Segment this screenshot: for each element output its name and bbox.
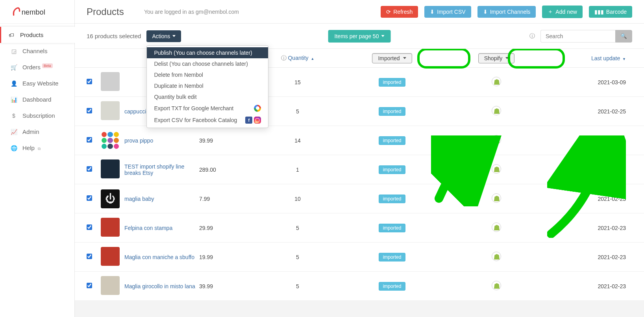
product-quantity: 5 <box>258 254 337 260</box>
brand-logo[interactable]: nembol <box>0 0 74 24</box>
filter-imported[interactable]: Imported <box>372 53 412 63</box>
plus-icon: ＋ <box>548 8 553 15</box>
shopify-icon[interactable] <box>492 281 501 290</box>
product-title-link[interactable]: Felpina con stampa <box>124 225 172 231</box>
product-thumbnail[interactable]: ⏻ <box>101 189 124 208</box>
sidebar-item-channels[interactable]: ◲ Channels <box>2 43 74 59</box>
row-checkbox[interactable] <box>87 283 92 288</box>
dropdown-item-duplicate[interactable]: Duplicate in Nembol <box>147 80 268 91</box>
product-title-link[interactable]: maglia baby <box>124 196 154 202</box>
dashboard-icon: 📊 <box>11 96 17 103</box>
google-icon <box>254 105 261 112</box>
dropdown-item-quantity-bulk[interactable]: Quantity bulk edit <box>147 91 268 102</box>
product-quantity: 5 <box>258 225 337 231</box>
shopify-icon[interactable] <box>492 252 501 261</box>
last-update-date: 2021-03-09 <box>546 79 632 85</box>
imported-chip: imported <box>379 107 406 116</box>
product-quantity: 1 <box>258 167 337 173</box>
sidebar-item-subscription[interactable]: $ Subscription <box>2 108 74 124</box>
product-thumbnail[interactable] <box>101 159 124 180</box>
sidebar-item-products[interactable]: 🏷 Products <box>0 27 75 43</box>
search-input[interactable] <box>540 30 615 43</box>
caret-down-icon <box>505 57 509 59</box>
sidebar-item-easy-website[interactable]: 👤 Easy Website <box>2 75 74 91</box>
import-csv-button[interactable]: ⬇ Import CSV <box>424 6 471 18</box>
shopify-icon[interactable] <box>492 135 501 145</box>
sidebar-item-label: Orders Beta <box>22 64 53 70</box>
product-thumbnail[interactable] <box>101 276 124 296</box>
imported-chip: imported <box>379 224 406 232</box>
product-thumbnail[interactable] <box>101 247 124 267</box>
sidebar-item-label: Dashboard <box>22 96 51 103</box>
dropdown-item-delist[interactable]: Delist (You can choose channels later) <box>147 58 268 69</box>
table-row: Felpina con stampa29.995imported2021-02-… <box>75 213 644 243</box>
shopify-icon[interactable] <box>492 106 501 115</box>
table-row: Maglia con maniche a sbuffo19.995importe… <box>75 243 644 272</box>
sidebar-item-dashboard[interactable]: 📊 Dashboard <box>2 91 74 108</box>
row-checkbox[interactable] <box>87 224 92 230</box>
product-thumbnail[interactable] <box>101 131 124 150</box>
dropdown-item-export-facebook[interactable]: Export CSV for Facebook Catalogf <box>147 114 268 126</box>
last-update-date: 2021-02-23 <box>546 196 632 202</box>
tag-icon: 🏷 <box>8 32 15 38</box>
sidebar-item-label: Subscription <box>22 112 55 119</box>
sidebar-item-admin[interactable]: 📈 Admin <box>2 124 74 140</box>
column-last-update[interactable]: Last update <box>591 55 620 61</box>
beta-badge: Beta <box>42 63 53 68</box>
row-checkbox[interactable] <box>87 254 92 259</box>
product-title-link[interactable]: cappuccio <box>124 108 149 115</box>
product-thumbnail[interactable] <box>101 218 124 238</box>
product-title-link[interactable]: TEST import shopify line breaks Etsy <box>124 163 184 176</box>
product-quantity: 14 <box>258 137 337 144</box>
cart-icon: 🛒 <box>11 64 17 70</box>
info-icon[interactable]: ⓘ <box>529 33 535 40</box>
row-checkbox[interactable] <box>87 137 92 143</box>
imported-chip: imported <box>379 165 406 174</box>
column-quantity[interactable]: Quantity <box>288 55 308 61</box>
row-checkbox[interactable] <box>87 166 92 172</box>
refresh-button[interactable]: ⟳ Refresh <box>381 6 418 18</box>
product-title-link[interactable]: prova pippo <box>124 137 153 144</box>
shopify-icon[interactable] <box>492 164 501 174</box>
sidebar-item-label: Easy Website <box>22 80 58 87</box>
product-price: 7.99 <box>199 196 258 202</box>
table-row: TEST import shopify line breaks Etsy289.… <box>75 155 644 184</box>
row-checkbox[interactable] <box>87 79 92 84</box>
product-quantity: 5 <box>258 108 337 115</box>
row-checkbox[interactable] <box>87 108 92 113</box>
topbar: Products You are logged in as gm@nembol.… <box>75 0 644 24</box>
dropdown-item-delete[interactable]: Delete from Nembol <box>147 69 268 80</box>
last-update-date: 2021-02-23 <box>546 225 632 231</box>
shopify-icon[interactable] <box>492 193 501 203</box>
facebook-icon: f <box>245 117 252 124</box>
chart-icon: 📈 <box>11 129 17 135</box>
caret-down-icon <box>403 57 406 59</box>
dropdown-item-publish[interactable]: Publish (You can choose channels later) <box>147 47 268 58</box>
product-price: 289.00 <box>199 167 258 173</box>
sidebar-item-orders[interactable]: 🛒 Orders Beta <box>2 59 74 75</box>
barcode-button[interactable]: ▮▮▮ Barcode <box>589 6 632 18</box>
product-thumbnail[interactable] <box>101 72 124 92</box>
items-per-page-button[interactable]: Items per page 50 <box>328 30 391 43</box>
info-icon[interactable]: ⓘ <box>281 55 287 61</box>
dollar-icon: $ <box>11 113 17 119</box>
table-row: Maglia girocollo in misto lana39.995impo… <box>75 272 644 301</box>
add-new-button[interactable]: ＋ Add new <box>542 6 582 18</box>
sidebar-item-help[interactable]: 🌐 Help ⧉ <box>2 140 74 156</box>
product-title-link[interactable]: Maglia con maniche a sbuffo <box>124 254 194 260</box>
actions-button[interactable]: Actions <box>146 30 181 42</box>
search-button[interactable]: 🔍 <box>615 30 632 43</box>
product-quantity: 5 <box>258 283 337 289</box>
shopify-icon[interactable] <box>492 222 501 232</box>
filter-shopify[interactable]: Shopify <box>478 53 515 63</box>
imported-chip: imported <box>379 195 406 203</box>
dropdown-item-export-google[interactable]: Export TXT for Google Merchant <box>147 102 268 114</box>
imported-chip: imported <box>379 282 406 291</box>
shopify-icon[interactable] <box>492 77 501 86</box>
caret-down-icon <box>172 35 176 37</box>
product-title-link[interactable]: Maglia girocollo in misto lana <box>124 283 195 289</box>
row-checkbox[interactable] <box>87 195 92 201</box>
sidebar-item-label: Products <box>20 32 43 38</box>
import-channels-button[interactable]: ⬇ Import Channels <box>477 6 536 18</box>
product-thumbnail[interactable] <box>101 101 124 121</box>
